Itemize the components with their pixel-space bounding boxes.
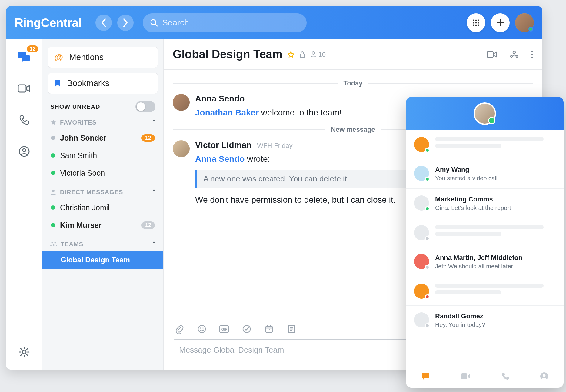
popup-item[interactable] [406,130,564,159]
favorite-button[interactable] [287,51,295,58]
unread-badge: 12 [142,134,155,142]
dialpad-button[interactable] [467,13,485,32]
sidebar-mentions-label: Mentions [69,52,104,62]
contact-item[interactable]: Christian Jomil [48,199,158,216]
search-field[interactable] [143,13,306,32]
svg-point-36 [531,57,533,58]
popup-item-avatar [414,225,429,240]
svg-text:GIF: GIF [221,327,227,331]
nav-forward-button[interactable] [117,15,134,31]
new-message-label: New message [331,126,375,134]
svg-point-19 [52,190,55,192]
show-unread-toggle[interactable] [135,101,155,112]
mention[interactable]: Anna Sendo [195,154,245,164]
member-count[interactable]: 10 [310,51,325,58]
plus-icon [496,19,504,27]
contact-item[interactable]: Victoria Soon [48,164,158,182]
sidebar-mentions[interactable]: @ Mentions [48,47,158,68]
svg-point-39 [202,327,204,329]
mention[interactable]: Jonathan Baker [195,108,259,117]
popup-nav-messages[interactable] [421,371,431,381]
presence-dot-icon [425,177,430,181]
emoji-icon [197,324,206,334]
contacts-icon [18,146,30,157]
svg-point-8 [473,25,474,26]
svg-line-32 [513,55,514,56]
show-unread-label: SHOW UNREAD [50,103,100,110]
contact-item[interactable]: John Sonder12 [48,129,158,147]
attach-button[interactable] [174,324,185,334]
message-avatar[interactable] [173,140,190,157]
popup-item[interactable]: Anna Martin, Jeff MiddletonJeff: We shou… [406,247,564,277]
messages-icon [421,371,431,381]
popup-nav-contacts[interactable] [540,372,549,381]
popup-nav-phone[interactable] [501,372,510,380]
rail-video[interactable] [16,80,33,97]
popup-item-avatar [414,195,429,211]
popup-item-avatar [414,254,429,269]
team-item-active[interactable]: Global Design Team [42,251,163,269]
presence-dot-icon [425,323,430,328]
popup-list[interactable]: Amy WangYou started a video callMarketin… [406,130,564,364]
rail-settings[interactable] [16,344,33,360]
chevron-right-icon [123,18,128,27]
unread-badge: 12 [142,221,155,229]
gif-button[interactable]: GIF [219,324,230,334]
popup-item-name: Anna Martin, Jeff Middleton [435,254,556,262]
popup-item[interactable] [406,218,564,247]
section-header-dms[interactable]: DIRECT MESSAGES ˄ [50,188,155,196]
popup-item-avatar [414,312,429,327]
popup-item[interactable]: Amy WangYou started a video call [406,159,564,189]
presence-dot-icon [425,148,430,153]
star-outline-icon [287,51,295,58]
sidebar-bookmarks[interactable]: Bookmarks [48,73,158,94]
svg-line-33 [514,55,516,56]
contact-name: John Sonder [60,134,106,142]
section-header-teams[interactable]: TEAMS ˄ [50,241,155,248]
contact-name: Christian Jomil [60,203,110,212]
start-video-button[interactable] [487,51,498,58]
popup-nav-video[interactable] [461,372,471,380]
rail-messages[interactable]: 12 [16,48,33,65]
new-button[interactable] [491,13,510,32]
skeleton-line [435,137,544,141]
svg-point-21 [55,242,56,244]
rail-contacts[interactable] [16,143,33,160]
user-avatar[interactable] [515,13,534,32]
popup-item[interactable] [406,277,564,306]
more-button[interactable] [531,50,533,59]
nav-back-button[interactable] [95,15,112,31]
teams-label: TEAMS [61,241,83,248]
presence-dot-icon [51,205,55,210]
show-unread-row: SHOW UNREAD [50,101,155,112]
bookmark-icon [54,79,61,88]
svg-point-55 [543,374,545,377]
svg-rect-15 [18,85,26,92]
chat-header: Global Design Team 10 [164,39,542,70]
video-icon [18,84,31,93]
contact-item[interactable]: Kim Murser12 [48,216,158,234]
section-header-favorites[interactable]: FAVORITES ˄ [50,119,155,126]
search-input[interactable] [162,18,299,28]
date-divider: Today [173,79,533,87]
task-button[interactable] [241,324,252,334]
sidebar: @ Mentions Bookmarks SHOW UNREAD FAVORIT… [42,39,164,370]
svg-point-3 [475,20,477,21]
popup-item-avatar [414,166,429,181]
dms-label: DIRECT MESSAGES [60,189,123,196]
star-icon [50,119,56,125]
popup-item[interactable]: Marketing CommsGina: Let's look at the r… [406,189,564,218]
members-button[interactable] [510,50,519,59]
message-avatar[interactable] [173,94,190,111]
event-button[interactable]: 7 [264,324,275,334]
rail-phone[interactable] [16,111,33,128]
svg-point-10 [478,25,479,26]
emoji-button[interactable] [196,324,207,334]
svg-rect-25 [300,54,305,58]
note-button[interactable] [286,324,297,334]
presence-dot-icon [425,236,430,241]
popup-item[interactable]: Randall GomezHey. You in today? [406,306,564,335]
popup-profile-avatar[interactable] [474,102,496,125]
popup-item-name: Amy Wang [435,166,556,174]
contact-item[interactable]: Sam Smith [48,147,158,164]
